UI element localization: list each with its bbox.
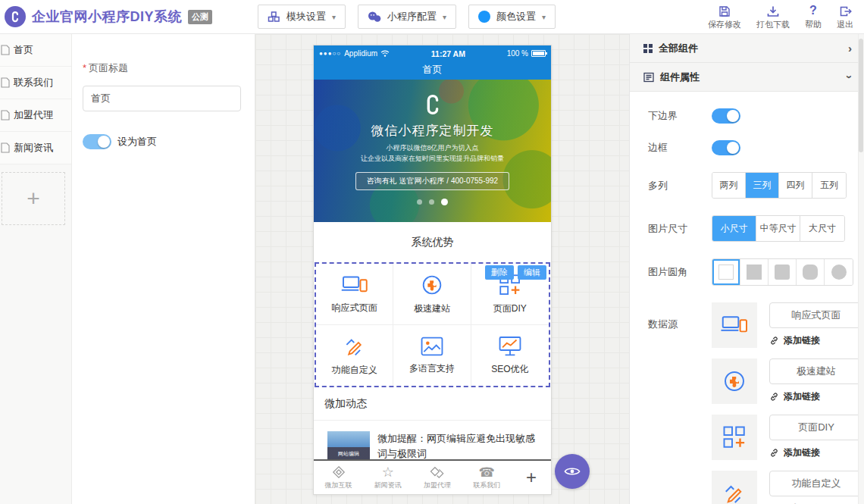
help-button[interactable]: ? 帮助 [805,4,822,30]
bottom-border-toggle[interactable] [712,108,740,124]
datasource-thumb[interactable] [712,302,757,348]
columns-segmented-control: 两列 三列 四列 五列 [712,172,847,199]
multilang-icon [419,335,445,358]
columns-option-2[interactable]: 两列 [712,173,746,198]
datasource-row: 添加链接 [712,302,863,348]
color-settings-button[interactable]: 颜色设置 ▾ [468,5,556,29]
feature-cell-multilang[interactable]: 多语言支持 [393,325,471,387]
datasource-title-input[interactable] [769,358,863,384]
banner-slide[interactable]: 微信小程序定制开发 小程序以微信8亿用户为切入点 让企业以及商家在短时间里实现提… [314,80,551,222]
border-toggle[interactable] [712,140,740,155]
radius-option-3[interactable] [797,259,825,285]
battery-label: 100 % [507,49,528,58]
miniprogram-logo-icon [314,80,551,117]
sidebar-item-agency[interactable]: 加盟代理 [0,99,71,132]
module-settings-button[interactable]: 模块设置 ▾ [258,5,346,29]
news-section-title: 微加动态 [314,387,551,421]
carousel-dots[interactable] [314,199,551,205]
add-link-button[interactable]: 添加链接 [769,390,863,403]
news-item[interactable]: 网站编辑 微加提醒：网页编辑应避免出现敏感词与极限词 [314,421,551,462]
tab-weijia[interactable]: 微加互联 [314,465,363,490]
carousel-dot[interactable] [429,199,434,205]
edit-component-button[interactable]: 编辑 [518,265,546,280]
page-item-label: 新闻资讯 [14,141,53,155]
add-page-button[interactable]: + [2,172,65,225]
feature-label: 多语言支持 [409,362,455,375]
size-option-medium[interactable]: 中等尺寸 [756,216,800,241]
feature-label: SEO优化 [491,363,528,376]
datasource-thumb[interactable] [712,415,757,460]
add-link-button[interactable]: 添加链接 [769,334,863,347]
color-swatch-icon [478,11,490,23]
banner-heading: 微信小程序定制开发 [314,122,551,139]
news-thumbnail: 网站编辑 [327,431,370,459]
delete-component-button[interactable]: 删除 [485,265,514,280]
miniprogram-config-button[interactable]: 小程序配置 ▾ [358,5,456,29]
fast-build-icon [721,368,748,395]
inspector-panel: 全部组件 › 组件属性 › 下边界 边框 多列 [629,34,864,504]
columns-option-5[interactable]: 五列 [812,173,846,198]
feature-cell-fast-build[interactable]: 极速建站 [393,264,471,325]
sidebar-item-contact[interactable]: 联系我们 [0,67,71,99]
exit-button[interactable]: 退出 [837,4,853,30]
datasource-thumb[interactable] [712,358,757,404]
page-diy-icon [721,424,748,451]
component-props-header[interactable]: 组件属性 › [630,63,864,92]
radius-option-1[interactable] [740,259,769,285]
phone-tabbar: 微加互联 ☆ 新闻资讯 加盟代理 ☎ 联系我们 [314,459,551,494]
seo-icon [497,334,523,358]
datasource-title-input[interactable] [769,302,863,328]
radius-option-0-selected[interactable] [712,259,740,285]
all-components-header[interactable]: 全部组件 › [630,34,864,63]
size-option-small-selected[interactable]: 小尺寸 [712,216,756,241]
page-list-sidebar: 首页 联系我们 加盟代理 新闻资讯 + [0,34,72,504]
add-link-button[interactable]: 添加链接 [769,446,863,459]
tab-contact[interactable]: ☎ 联系我们 [462,465,512,490]
size-option-large[interactable]: 大尺寸 [800,216,844,241]
clock-label: 11:27 AM [431,49,465,58]
selected-component-outline[interactable]: 删除 编辑 响应式页面 极速建站 [315,262,550,387]
required-mark: * [83,62,86,74]
carousel-dot-active[interactable] [441,199,448,205]
tab-news[interactable]: ☆ 新闻资讯 [363,465,412,490]
carousel-dot[interactable] [417,199,422,205]
tab-label: 微加互联 [325,481,352,490]
sidebar-item-home[interactable]: 首页 [0,34,71,67]
wifi-icon [380,50,390,58]
feature-grid: 响应式页面 极速建站 页面DIY 功能自定义 [316,264,549,386]
chevron-down-icon: ▾ [443,13,446,21]
download-icon [767,4,779,17]
tab-agency[interactable]: 加盟代理 [412,465,462,490]
header-menus: 模块设置 ▾ 小程序配置 ▾ 颜色设置 ▾ [258,5,556,29]
news-item-title: 微加提醒：网页编辑应避免出现敏感词与极限词 [377,431,540,462]
scrollbar[interactable] [858,34,864,504]
app-title: 企业官网小程序DIY系统 [32,8,182,26]
help-icon: ? [809,4,817,17]
phone-preview: ●●●○○ Applidium 11:27 AM 100 % 首页 [313,45,552,495]
tabbar-add-button[interactable]: + [512,467,551,488]
columns-option-4[interactable]: 四列 [779,173,812,198]
columns-option-3-selected[interactable]: 三列 [746,173,779,198]
star-icon: ☆ [382,465,394,480]
save-button[interactable]: 保存修改 [708,4,741,30]
set-home-toggle[interactable] [83,134,111,149]
brand: 企业官网小程序DIY系统 公测 [0,6,258,27]
chevron-right-icon: › [848,42,852,55]
chevron-down-icon: ▾ [542,13,546,21]
radius-option-circle[interactable] [825,259,853,285]
preview-button[interactable] [555,454,590,489]
page-title-input[interactable] [83,86,241,111]
scrollbar-thumb[interactable] [859,39,863,152]
datasource-title-input[interactable] [769,415,863,440]
datasource-thumb[interactable] [712,471,757,504]
link-icon [769,336,779,346]
sidebar-item-news[interactable]: 新闻资讯 [0,132,71,164]
banner-cta-pill[interactable]: 咨询有礼 送官网小程序 / 400-0755-992 [355,172,509,190]
download-button[interactable]: 打包下载 [756,4,790,30]
feature-cell-responsive[interactable]: 响应式页面 [316,264,393,325]
radius-option-2[interactable] [769,259,797,285]
feature-cell-custom[interactable]: 功能自定义 [316,325,393,387]
responsive-pages-icon [720,313,749,337]
datasource-title-input[interactable] [769,471,863,496]
feature-cell-seo[interactable]: SEO优化 [471,325,549,387]
